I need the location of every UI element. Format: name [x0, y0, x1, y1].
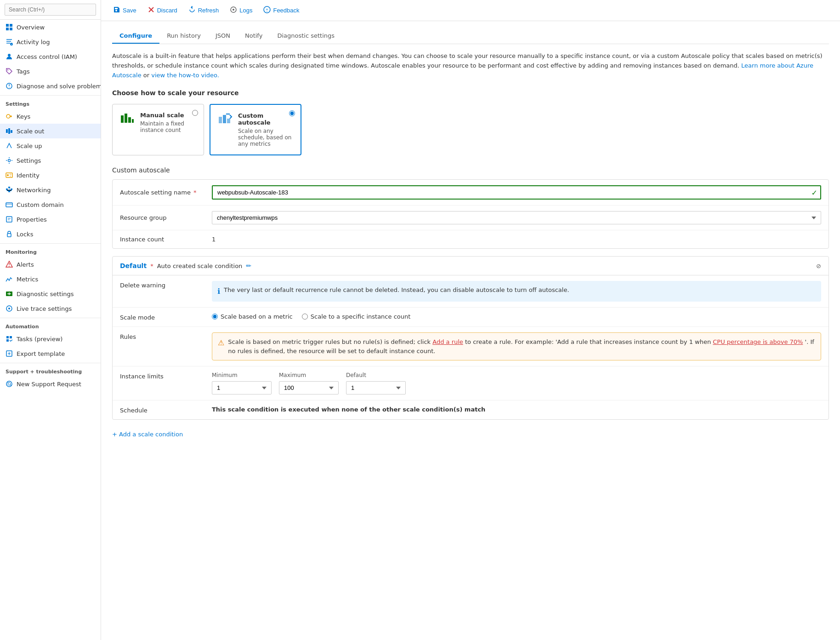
sidebar-item-properties[interactable]: Properties: [0, 212, 101, 227]
scale-mode-instance-label: Scale to a specific instance count: [311, 313, 411, 320]
manual-scale-radio[interactable]: [192, 110, 198, 117]
maximum-select[interactable]: 100: [279, 381, 339, 394]
svg-rect-17: [6, 189, 8, 190]
sidebar-item-identity[interactable]: Identity: [0, 168, 101, 183]
tab-notify[interactable]: Notify: [238, 29, 270, 44]
condition-disable-icon[interactable]: ⊘: [816, 263, 821, 269]
sidebar-item-metrics[interactable]: Metrics: [0, 272, 101, 286]
manual-scale-icon: [120, 112, 135, 126]
svg-rect-1: [10, 24, 12, 27]
discard-button[interactable]: Discard: [143, 4, 182, 17]
delete-warning-value: ℹ The very last or default recurrence ru…: [212, 281, 821, 302]
sidebar-item-activity-log-label: Activity log: [17, 39, 50, 46]
sidebar-item-alerts[interactable]: Alerts: [0, 257, 101, 272]
sidebar-item-diagnose[interactable]: Diagnose and solve problems: [0, 79, 101, 93]
search-input[interactable]: [5, 4, 96, 16]
diagnostic-settings-icon: [6, 290, 13, 297]
refresh-icon: [188, 6, 196, 15]
sidebar-item-tasks[interactable]: Tasks (preview): [0, 331, 101, 346]
sidebar-item-scale-out[interactable]: Scale out: [0, 124, 101, 138]
sidebar-item-overview[interactable]: Overview: [0, 20, 101, 34]
sidebar-item-networking[interactable]: Networking: [0, 183, 101, 197]
discard-icon: [148, 6, 155, 15]
svg-rect-23: [7, 234, 11, 237]
sidebar-item-custom-domain[interactable]: Custom domain: [0, 197, 101, 212]
condition-edit-icon[interactable]: ✏️: [246, 262, 251, 269]
sidebar-item-diagnose-label: Diagnose and solve problems: [17, 83, 101, 90]
tab-run-history[interactable]: Run history: [159, 29, 208, 44]
sidebar-item-diagnostic-settings[interactable]: Diagnostic settings: [0, 286, 101, 301]
instance-count-label: Instance count: [120, 236, 212, 243]
sidebar-item-export-template[interactable]: Export template: [0, 346, 101, 361]
sidebar-section-automation: Automation: [0, 318, 101, 331]
resource-group-select[interactable]: chenyltestpremiumwps: [212, 211, 821, 224]
sidebar-item-locks[interactable]: Locks: [0, 227, 101, 241]
default-limit-select[interactable]: 1: [346, 381, 406, 394]
sidebar-item-access-control[interactable]: Access control (IAM): [0, 49, 101, 64]
default-limit-label: Default: [346, 372, 406, 378]
scale-mode-instance-option[interactable]: Scale to a specific instance count: [302, 313, 411, 320]
autoscale-form-panel: Autoscale setting name * ✓ Resource grou…: [112, 179, 829, 249]
scale-mode-metric-option[interactable]: Scale based on a metric: [212, 313, 293, 320]
sidebar-item-scale-up[interactable]: Scale up: [0, 138, 101, 153]
valid-check-icon: ✓: [812, 188, 817, 197]
scale-mode-instance-radio[interactable]: [302, 314, 308, 320]
tab-json[interactable]: JSON: [208, 29, 238, 44]
sidebar-item-locks-label: Locks: [17, 231, 33, 238]
logs-button[interactable]: Logs: [225, 4, 257, 17]
minimum-select[interactable]: 1: [212, 381, 272, 394]
instance-limits-row: Instance limits Minimum 1 Maximum 100: [113, 366, 829, 400]
svg-rect-41: [227, 119, 230, 123]
new-support-icon: [6, 380, 13, 388]
diagnose-icon: [6, 82, 13, 90]
save-button[interactable]: Save: [108, 4, 141, 17]
setting-name-input-wrapper: ✓: [212, 185, 821, 200]
feedback-button[interactable]: Feedback: [259, 4, 304, 17]
tab-configure[interactable]: Configure: [112, 29, 159, 44]
maximum-label: Maximum: [279, 372, 339, 378]
sidebar-item-metrics-label: Metrics: [17, 276, 38, 283]
tags-icon: [6, 68, 13, 75]
scale-mode-row: Scale mode Scale based on a metric Scale…: [113, 308, 829, 327]
scale-mode-value: Scale based on a metric Scale to a speci…: [212, 313, 821, 320]
feedback-icon: [263, 6, 271, 15]
scale-mode-metric-radio[interactable]: [212, 314, 218, 320]
scale-mode-label: Scale mode: [120, 313, 212, 321]
custom-autoscale-radio[interactable]: [289, 110, 295, 118]
svg-rect-3: [10, 28, 12, 30]
locks-icon: [6, 230, 13, 238]
default-limit-group: Default 1: [346, 372, 406, 394]
condition-name: Auto created scale condition: [157, 263, 243, 269]
svg-point-16: [7, 174, 9, 176]
content-area: Configure Run history JSON Notify Diagno…: [101, 21, 840, 640]
sidebar-item-activity-log[interactable]: Activity log: [0, 34, 101, 49]
export-template-icon: [6, 350, 13, 357]
manual-scale-option[interactable]: Manual scale Maintain a fixed instance c…: [112, 104, 204, 155]
sidebar-item-tags[interactable]: Tags: [0, 64, 101, 79]
setting-name-input[interactable]: [212, 185, 821, 200]
add-rule-link[interactable]: Add a rule: [432, 338, 463, 345]
overview-icon: [6, 23, 13, 31]
sidebar-item-settings[interactable]: Settings: [0, 153, 101, 168]
sidebar-item-new-support[interactable]: New Support Request: [0, 377, 101, 391]
manual-scale-title: Manual scale: [140, 112, 196, 119]
sidebar-item-overview-label: Overview: [17, 24, 45, 31]
scale-out-icon: [6, 127, 13, 135]
rules-warning-text: Scale is based on metric trigger rules b…: [228, 337, 815, 355]
refresh-button[interactable]: Refresh: [184, 4, 224, 17]
sidebar-item-live-trace[interactable]: Live trace settings: [0, 301, 101, 316]
toolbar: Save Discard Refresh Logs Feedback: [101, 0, 840, 21]
svg-point-9: [7, 69, 8, 70]
how-to-video-link[interactable]: view the how-to video.: [151, 72, 219, 79]
scale-section-header: Choose how to scale your resource: [112, 89, 829, 97]
delete-warning-label: Delete warning: [120, 281, 212, 289]
refresh-label: Refresh: [198, 7, 219, 14]
svg-rect-11: [6, 129, 8, 133]
sidebar-item-settings-label: Settings: [17, 157, 41, 164]
tab-diagnostic-settings[interactable]: Diagnostic settings: [270, 29, 342, 44]
activity-log-icon: [6, 38, 13, 46]
sidebar-item-keys[interactable]: Keys: [0, 109, 101, 124]
sidebar-item-scale-up-label: Scale up: [17, 143, 42, 149]
add-scale-condition-link[interactable]: + Add a scale condition: [112, 427, 829, 441]
custom-autoscale-option[interactable]: Custom autoscale Scale on any schedule, …: [210, 104, 301, 155]
